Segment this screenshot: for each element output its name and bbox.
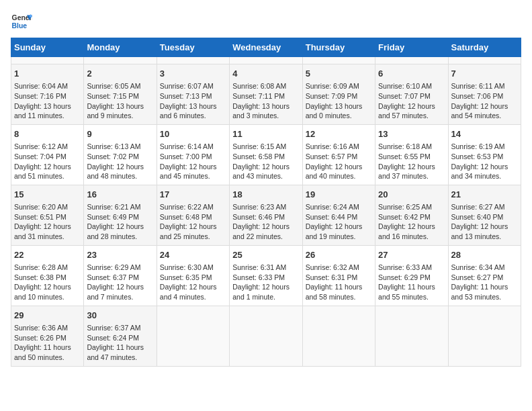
calendar-cell: 29Sunrise: 6:36 AMSunset: 6:26 PMDayligh… [11, 306, 84, 366]
day-info: Sunset: 6:38 PM [14, 273, 81, 283]
week-row-1: 1Sunrise: 6:04 AMSunset: 7:16 PMDaylight… [11, 64, 521, 125]
calendar-cell [448, 57, 521, 64]
day-number: 16 [87, 189, 153, 201]
col-header-monday: Monday [84, 38, 157, 57]
day-info: Sunset: 7:06 PM [451, 91, 518, 101]
day-number: 22 [14, 249, 81, 261]
day-number: 25 [232, 249, 299, 261]
day-info: Sunrise: 6:29 AM [87, 263, 153, 273]
day-number: 11 [232, 128, 299, 140]
calendar-cell: 3Sunrise: 6:07 AMSunset: 7:13 PMDaylight… [157, 64, 229, 125]
calendar-cell: 26Sunrise: 6:32 AMSunset: 6:31 PMDayligh… [302, 245, 375, 306]
col-header-tuesday: Tuesday [157, 38, 229, 57]
calendar-cell: 9Sunrise: 6:13 AMSunset: 7:02 PMDaylight… [84, 124, 157, 185]
calendar-cell [448, 306, 521, 366]
col-header-sunday: Sunday [11, 38, 84, 57]
calendar-cell: 25Sunrise: 6:31 AMSunset: 6:33 PMDayligh… [230, 245, 302, 306]
day-info: Sunset: 6:31 PM [306, 273, 372, 283]
calendar-cell: 30Sunrise: 6:37 AMSunset: 6:24 PMDayligh… [84, 306, 157, 366]
day-number: 5 [306, 68, 372, 80]
day-info: Sunrise: 6:07 AM [160, 81, 226, 91]
day-number: 19 [306, 189, 372, 201]
day-info: Daylight: 13 hours and 11 minutes. [14, 101, 81, 121]
day-info: Sunset: 6:29 PM [378, 273, 445, 283]
day-info: Sunset: 6:58 PM [232, 152, 299, 162]
day-info: Daylight: 12 hours and 34 minutes. [451, 162, 518, 181]
day-info: Sunset: 7:16 PM [14, 91, 81, 101]
day-info: Sunrise: 6:37 AM [87, 323, 153, 333]
day-number: 13 [378, 128, 445, 140]
day-number: 1 [14, 68, 81, 80]
week-row-5: 29Sunrise: 6:36 AMSunset: 6:26 PMDayligh… [11, 306, 521, 366]
calendar-cell [230, 306, 302, 366]
day-number: 17 [160, 189, 226, 201]
day-number: 3 [160, 68, 226, 80]
col-header-wednesday: Wednesday [230, 38, 302, 57]
day-number: 21 [451, 189, 518, 201]
calendar-cell: 24Sunrise: 6:30 AMSunset: 6:35 PMDayligh… [157, 245, 229, 306]
day-info: Sunrise: 6:33 AM [378, 263, 445, 273]
day-info: Sunset: 6:24 PM [87, 333, 153, 343]
calendar-cell: 23Sunrise: 6:29 AMSunset: 6:37 PMDayligh… [84, 245, 157, 306]
calendar-cell: 10Sunrise: 6:14 AMSunset: 7:00 PMDayligh… [157, 124, 229, 185]
calendar-cell [157, 306, 229, 366]
calendar-table: SundayMondayTuesdayWednesdayThursdayFrid… [11, 38, 521, 367]
day-number: 28 [451, 249, 518, 261]
day-number: 10 [160, 128, 226, 140]
day-info: Daylight: 12 hours and 28 minutes. [87, 222, 153, 241]
day-info: Daylight: 12 hours and 1 minute. [232, 282, 299, 302]
day-info: Sunset: 7:13 PM [160, 91, 226, 101]
day-info: Sunset: 6:48 PM [160, 212, 226, 222]
day-info: Sunrise: 6:16 AM [306, 142, 372, 152]
day-info: Daylight: 13 hours and 3 minutes. [232, 101, 299, 121]
day-info: Sunset: 6:26 PM [14, 333, 81, 343]
calendar-cell: 28Sunrise: 6:34 AMSunset: 6:27 PMDayligh… [448, 245, 521, 306]
calendar-cell [375, 57, 448, 64]
day-info: Sunrise: 6:10 AM [378, 81, 445, 91]
day-info: Sunrise: 6:27 AM [451, 202, 518, 212]
calendar-cell [11, 57, 84, 64]
day-number: 18 [232, 189, 299, 201]
page-header: General Blue [11, 11, 521, 32]
day-info: Sunrise: 6:21 AM [87, 202, 153, 212]
day-info: Sunrise: 6:13 AM [87, 142, 153, 152]
calendar-cell: 8Sunrise: 6:12 AMSunset: 7:04 PMDaylight… [11, 124, 84, 185]
day-info: Daylight: 12 hours and 19 minutes. [306, 222, 372, 241]
calendar-cell: 15Sunrise: 6:20 AMSunset: 6:51 PMDayligh… [11, 185, 84, 245]
day-number: 9 [87, 128, 153, 140]
calendar-cell [157, 57, 229, 64]
day-info: Sunset: 7:11 PM [232, 91, 299, 101]
calendar-cell: 11Sunrise: 6:15 AMSunset: 6:58 PMDayligh… [230, 124, 302, 185]
day-info: Sunset: 6:51 PM [14, 212, 81, 222]
day-info: Sunset: 6:33 PM [232, 273, 299, 283]
calendar-cell: 12Sunrise: 6:16 AMSunset: 6:57 PMDayligh… [302, 124, 375, 185]
day-number: 26 [306, 249, 372, 261]
calendar-cell [84, 57, 157, 64]
calendar-cell: 19Sunrise: 6:24 AMSunset: 6:44 PMDayligh… [302, 185, 375, 245]
day-info: Daylight: 13 hours and 0 minutes. [306, 101, 372, 121]
calendar-cell: 7Sunrise: 6:11 AMSunset: 7:06 PMDaylight… [448, 64, 521, 125]
day-info: Sunset: 6:42 PM [378, 212, 445, 222]
day-info: Daylight: 12 hours and 51 minutes. [14, 162, 81, 181]
col-header-friday: Friday [375, 38, 448, 57]
day-info: Daylight: 12 hours and 31 minutes. [14, 222, 81, 241]
day-info: Sunrise: 6:24 AM [306, 202, 372, 212]
day-number: 14 [451, 128, 518, 140]
day-info: Sunrise: 6:23 AM [232, 202, 299, 212]
day-number: 6 [378, 68, 445, 80]
day-info: Sunset: 6:53 PM [451, 152, 518, 162]
calendar-cell: 22Sunrise: 6:28 AMSunset: 6:38 PMDayligh… [11, 245, 84, 306]
day-number: 23 [87, 249, 153, 261]
day-info: Sunset: 6:35 PM [160, 273, 226, 283]
day-info: Sunset: 6:44 PM [306, 212, 372, 222]
day-number: 20 [378, 189, 445, 201]
day-info: Sunrise: 6:36 AM [14, 323, 81, 333]
col-header-saturday: Saturday [448, 38, 521, 57]
day-info: Sunrise: 6:22 AM [160, 202, 226, 212]
day-info: Daylight: 13 hours and 6 minutes. [160, 101, 226, 121]
calendar-cell: 6Sunrise: 6:10 AMSunset: 7:07 PMDaylight… [375, 64, 448, 125]
week-row-3: 15Sunrise: 6:20 AMSunset: 6:51 PMDayligh… [11, 185, 521, 245]
day-info: Daylight: 12 hours and 10 minutes. [14, 282, 81, 302]
calendar-cell: 4Sunrise: 6:08 AMSunset: 7:11 PMDaylight… [230, 64, 302, 125]
day-info: Sunset: 6:49 PM [87, 212, 153, 222]
